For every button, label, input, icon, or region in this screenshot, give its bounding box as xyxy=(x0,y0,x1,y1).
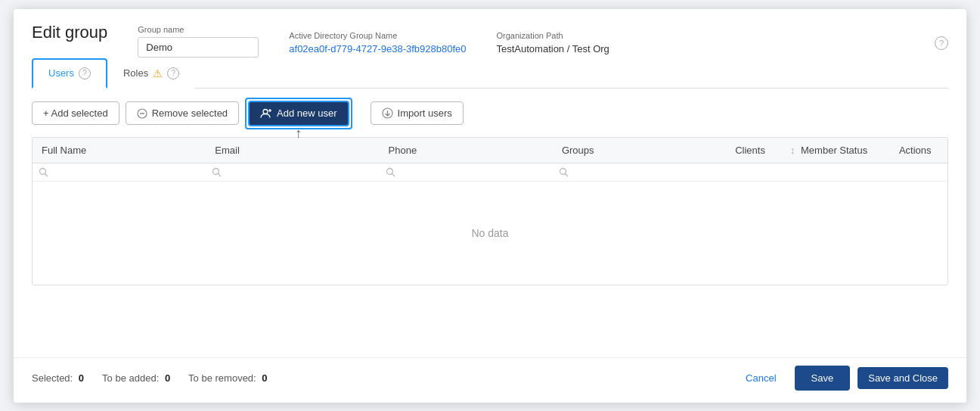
tab-bar: Users ? Roles ⚠ ? xyxy=(32,58,948,89)
tab-users-label: Users xyxy=(48,67,74,79)
modal-title: Edit group xyxy=(32,23,107,50)
col-fullname: Full Name xyxy=(33,138,206,163)
search-fullname-input[interactable] xyxy=(51,167,200,178)
col-actions: Actions xyxy=(890,138,947,163)
add-new-user-highlight: Add new user ↑ xyxy=(245,98,352,129)
col-groups: Groups xyxy=(553,138,726,163)
svg-point-6 xyxy=(40,168,46,174)
roles-warn-icon: ⚠ xyxy=(153,67,163,79)
group-name-field-group: Group name xyxy=(138,25,259,58)
svg-point-2 xyxy=(263,109,268,114)
search-groups-icon xyxy=(559,167,569,177)
group-name-input[interactable] xyxy=(138,37,259,58)
import-users-label: Import users xyxy=(398,107,452,119)
org-path-field-group: Organization Path TestAutomation / Test … xyxy=(497,31,609,58)
table-header-row: Full Name Email Phone Groups Clients xyxy=(33,138,947,163)
search-fullname-cell xyxy=(33,163,206,181)
org-path-label: Organization Path xyxy=(497,31,609,40)
search-member-status-cell xyxy=(781,163,890,181)
ad-group-value: af02ea0f-d779-4727-9e38-3fb928b80fe0 xyxy=(289,43,466,58)
roles-help-icon[interactable]: ? xyxy=(167,67,179,79)
add-selected-label: + Add selected xyxy=(43,107,108,119)
edit-group-modal: Edit group Group name Active Directory G… xyxy=(14,9,966,403)
add-user-icon xyxy=(260,107,272,120)
ad-group-label: Active Directory Group Name xyxy=(289,31,466,40)
modal-help-icon[interactable]: ? xyxy=(935,36,948,50)
search-phone-input[interactable] xyxy=(399,167,547,178)
group-name-label: Group name xyxy=(138,25,259,34)
col-phone: Phone xyxy=(380,138,553,163)
search-actions-cell xyxy=(890,163,947,181)
search-clients-cell xyxy=(726,163,781,181)
users-table: Full Name Email Phone Groups Clients xyxy=(32,137,948,285)
header-help: ? xyxy=(929,36,948,58)
org-path-value: TestAutomation / Test Org xyxy=(497,43,609,58)
to-be-added-status: To be added: 0 xyxy=(102,372,170,384)
remove-selected-button[interactable]: Remove selected xyxy=(126,101,239,125)
search-groups-cell xyxy=(553,163,726,181)
modal-footer: Selected: 0 To be added: 0 To be removed… xyxy=(14,357,966,403)
add-new-user-label: Add new user xyxy=(277,107,337,119)
svg-line-13 xyxy=(565,173,568,176)
table-search-row xyxy=(33,163,947,181)
no-data-cell: No data xyxy=(33,181,947,285)
footer-actions: Cancel Save Save and Close xyxy=(735,366,948,391)
footer-status: Selected: 0 To be added: 0 To be removed… xyxy=(32,372,268,384)
import-icon xyxy=(382,107,393,119)
svg-line-9 xyxy=(219,173,222,176)
search-phone-cell xyxy=(380,163,553,181)
svg-point-8 xyxy=(213,168,219,174)
svg-line-7 xyxy=(45,173,48,176)
search-phone-icon xyxy=(386,167,395,177)
ad-group-field-group: Active Directory Group Name af02ea0f-d77… xyxy=(289,31,466,58)
col-member-status[interactable]: ↕ Member Status xyxy=(781,138,890,163)
search-email-icon xyxy=(212,167,222,177)
import-users-button[interactable]: Import users xyxy=(371,101,464,125)
search-email-input[interactable] xyxy=(225,167,373,178)
add-selected-button[interactable]: + Add selected xyxy=(32,101,119,125)
member-status-sort-icon: ↕ xyxy=(790,145,795,156)
remove-icon xyxy=(137,108,147,119)
svg-point-10 xyxy=(386,168,392,174)
selected-status: Selected: 0 xyxy=(32,372,84,384)
search-fullname-icon xyxy=(39,167,48,177)
toolbar: + Add selected Remove selected xyxy=(32,89,948,137)
users-help-icon[interactable]: ? xyxy=(79,67,91,79)
save-button[interactable]: Save xyxy=(795,366,851,391)
cancel-button[interactable]: Cancel xyxy=(735,367,786,389)
search-email-cell xyxy=(206,163,379,181)
col-clients: Clients xyxy=(726,138,781,163)
add-new-user-button[interactable]: Add new user xyxy=(248,101,349,126)
modal-body: Users ? Roles ⚠ ? + Add selected Remove … xyxy=(14,58,966,351)
tab-roles-label: Roles xyxy=(123,67,148,79)
svg-line-11 xyxy=(392,173,395,176)
to-be-removed-status: To be removed: 0 xyxy=(188,372,267,384)
remove-selected-label: Remove selected xyxy=(152,107,228,119)
table-empty-row: No data xyxy=(33,181,947,285)
svg-point-12 xyxy=(560,168,566,174)
save-close-button[interactable]: Save and Close xyxy=(858,367,948,389)
tab-roles[interactable]: Roles ⚠ ? xyxy=(107,58,195,89)
modal-header: Edit group Group name Active Directory G… xyxy=(14,9,966,58)
tab-users[interactable]: Users ? xyxy=(32,58,107,89)
col-email: Email xyxy=(206,138,379,163)
search-groups-input[interactable] xyxy=(572,167,720,178)
